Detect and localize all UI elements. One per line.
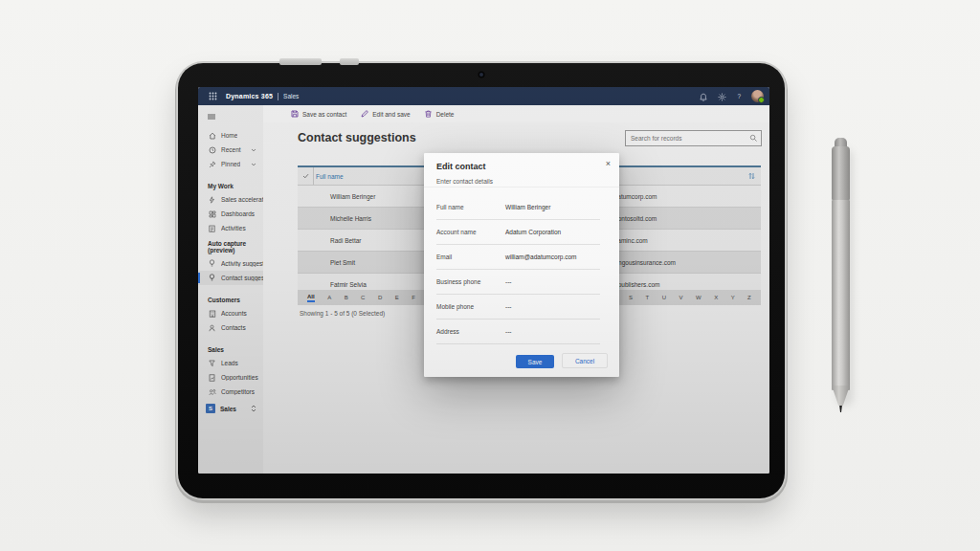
sidebar-item-label: Activities [221, 225, 246, 231]
sidebar-item-activity-suggestions[interactable]: Activity suggestions [198, 256, 263, 271]
field-value[interactable]: --- [505, 278, 512, 285]
dialog-divider [424, 187, 619, 187]
help-icon[interactable]: ? [737, 93, 741, 99]
sidebar-item-label: Opportunities [221, 374, 258, 381]
command-label: Delete [436, 111, 455, 118]
power-button [340, 58, 359, 65]
brand-divider [278, 93, 278, 100]
pen-tip-cone [832, 386, 850, 408]
chevron-down-icon[interactable] [251, 148, 256, 152]
jumpbar-letter[interactable]: All [307, 294, 315, 302]
presence-dot [758, 97, 765, 103]
sidebar-item-opportunities[interactable]: Opportunities [198, 370, 263, 385]
search-icon[interactable] [749, 134, 758, 143]
hamburger-button[interactable] [198, 105, 263, 128]
tablet-screen: Dynamics 365 Sales ? Home Recent Pinned [198, 87, 769, 474]
sidebar-item-competitors[interactable]: Competitors [198, 385, 263, 399]
jumpbar-letter[interactable]: T [646, 295, 650, 300]
user-avatar[interactable] [751, 90, 764, 102]
jumpbar-letter[interactable]: V [679, 295, 683, 300]
jumpbar-letter[interactable]: E [395, 295, 399, 300]
area-switcher[interactable]: S Sales [198, 401, 263, 416]
area-badge: S [206, 404, 215, 413]
jumpbar-letter[interactable]: B [345, 295, 348, 300]
settings-gear-icon[interactable] [718, 88, 726, 105]
chevron-down-icon[interactable] [251, 163, 256, 166]
field-value[interactable]: Adatum Corporation [505, 229, 561, 235]
field-label: Account name [436, 229, 505, 235]
field-label: Email [436, 253, 505, 260]
field-email: Emailwilliam@adatumcorp.com [436, 245, 600, 270]
notifications-icon[interactable] [700, 88, 707, 105]
field-value[interactable]: William Beringer [505, 204, 550, 210]
field-business-phone: Business phone--- [436, 270, 600, 295]
page-title: Contact suggestions [298, 131, 416, 144]
save-icon [290, 110, 299, 118]
sidebar-item-leads[interactable]: Leads [198, 356, 263, 370]
field-mobile-phone: Mobile phone--- [436, 295, 600, 320]
pen-cap-band [832, 146, 850, 200]
field-account-name: Account nameAdatum Corporation [436, 220, 600, 245]
jumpbar-letter[interactable]: U [662, 295, 666, 300]
sidebar-item-label: Home [221, 132, 237, 139]
sidebar-section-customers: Customers [198, 285, 263, 306]
home-icon [208, 132, 216, 140]
sidebar-item-activities[interactable]: Activities [198, 221, 263, 235]
field-address: Address--- [436, 320, 600, 344]
lightbulb-icon [208, 274, 216, 282]
sidebar-item-accounts[interactable]: Accounts [198, 306, 263, 320]
jumpbar-letter[interactable]: Z [747, 295, 751, 300]
nav-sidebar: Home Recent Pinned My Work Sales acceler… [198, 105, 263, 474]
field-label: Full name [436, 204, 505, 210]
sidebar-item-label: Contact suggestions [221, 275, 263, 281]
field-label: Address [436, 328, 505, 335]
delete-button[interactable]: Delete [424, 110, 455, 118]
trash-icon [424, 110, 433, 118]
jumpbar-letter[interactable]: C [361, 295, 365, 300]
sidebar-item-label: Sales accelerator (pr... [221, 196, 263, 203]
jumpbar-letter[interactable]: F [412, 295, 415, 300]
dialog-subtitle: Enter contact details [436, 178, 493, 185]
sidebar-item-recent[interactable]: Recent [198, 143, 263, 157]
sidebar-section-auto-capture: Auto capture (preview) [198, 235, 263, 256]
search-input[interactable] [626, 135, 749, 142]
field-value[interactable]: --- [505, 303, 512, 310]
jumpbar-letter[interactable]: D [378, 295, 382, 300]
field-value[interactable]: william@adatumcorp.com [505, 253, 577, 260]
sidebar-item-sales-accelerator[interactable]: Sales accelerator (pr... [198, 192, 263, 207]
funnel-icon [208, 360, 216, 367]
pin-icon [208, 161, 216, 168]
sidebar-item-label: Recent [221, 146, 241, 153]
lightbulb-icon [208, 259, 216, 268]
edit-and-save-button[interactable]: Edit and save [360, 110, 410, 118]
sidebar-item-label: Leads [221, 360, 238, 366]
cancel-button[interactable]: Cancel [562, 353, 608, 368]
close-icon[interactable]: × [606, 159, 611, 168]
sidebar-item-pinned[interactable]: Pinned [198, 157, 263, 171]
sidebar-item-label: Activity suggestions [221, 260, 263, 267]
jumpbar-letter[interactable]: A [327, 295, 331, 300]
people-icon [208, 388, 216, 396]
sidebar-item-label: Accounts [221, 310, 247, 317]
sidebar-item-dashboards[interactable]: Dashboards [198, 207, 263, 221]
chart-icon [208, 374, 216, 382]
save-button[interactable]: Save [516, 355, 554, 368]
sidebar-item-label: Contacts [221, 324, 246, 331]
select-all-checkbox[interactable] [298, 167, 314, 185]
jumpbar-letter[interactable]: S [629, 295, 633, 300]
jumpbar-letter[interactable]: Y [731, 295, 735, 300]
chevron-updown-icon [251, 405, 256, 412]
sidebar-item-label: Pinned [221, 161, 240, 167]
waffle-icon[interactable] [209, 92, 217, 100]
pen-body [832, 200, 850, 390]
sidebar-item-contacts[interactable]: Contacts [198, 320, 263, 335]
sidebar-item-contact-suggestions[interactable]: Contact suggestions [198, 271, 263, 285]
record-count-status: Showing 1 - 5 of 5 (0 Selected) [300, 310, 385, 317]
jumpbar-letter[interactable]: X [714, 295, 718, 300]
save-as-contact-button[interactable]: Save as contact [290, 110, 346, 118]
accelerator-icon [208, 196, 216, 204]
jumpbar-letter[interactable]: W [696, 295, 702, 300]
sidebar-item-home[interactable]: Home [198, 128, 263, 143]
field-value[interactable]: --- [505, 328, 512, 335]
sort-icon[interactable] [748, 172, 755, 181]
